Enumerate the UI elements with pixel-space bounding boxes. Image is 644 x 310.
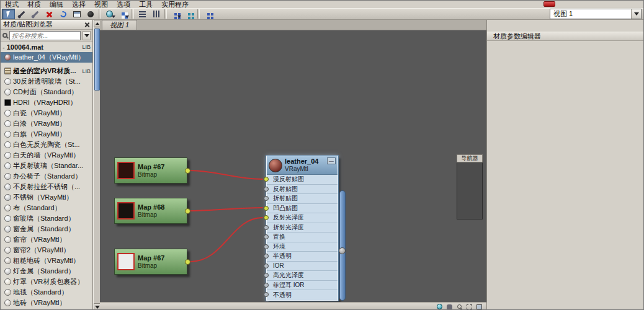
- material-slot[interactable]: 漫反射贴图: [267, 175, 338, 185]
- output-socket[interactable]: [185, 168, 190, 174]
- node-scroll-bar[interactable]: [339, 190, 346, 301]
- bitmap-map-node[interactable]: Map #67 Bitmap: [114, 157, 187, 184]
- browser-list-item[interactable]: 30反射透明玻璃（St...: [1, 76, 92, 87]
- material-id-channel-icon[interactable]: [169, 9, 182, 19]
- close-icon[interactable]: [84, 22, 90, 27]
- browser-list-item[interactable]: 灯金属（Standard）: [1, 266, 92, 277]
- input-socket[interactable]: [264, 244, 269, 249]
- material-slot[interactable]: 折射光泽度: [267, 223, 338, 233]
- browser-list-item[interactable]: 窗玻璃（Standard）: [1, 213, 92, 224]
- menu-item[interactable]: 视图: [90, 1, 112, 8]
- output-socket[interactable]: [185, 208, 190, 214]
- browser-list-item[interactable]: 地砖（VRayMtl）: [1, 298, 92, 308]
- input-socket[interactable]: [264, 273, 269, 278]
- material-slot[interactable]: 菲涅耳 IOR: [267, 281, 338, 291]
- menu-item[interactable]: 材质: [23, 1, 45, 8]
- browser-list-item[interactable]: 半反射玻璃（Standar...: [1, 161, 92, 171]
- delete-selected-icon[interactable]: [43, 9, 56, 19]
- input-socket[interactable]: [264, 206, 269, 211]
- browser-list-item[interactable]: 白瓷（VRayMtl）: [1, 108, 92, 118]
- material-slot[interactable]: 凹凸贴图: [267, 204, 338, 214]
- auto-layout-icon[interactable]: [70, 9, 83, 19]
- view-selector-combo[interactable]: 视图 1: [550, 9, 642, 19]
- input-socket[interactable]: [264, 177, 269, 182]
- material-slot[interactable]: 置换: [267, 232, 338, 242]
- combo-dropdown-button[interactable]: [631, 9, 641, 19]
- menu-item[interactable]: 实用程序: [157, 1, 193, 8]
- viewport-display-icon[interactable]: [103, 9, 116, 19]
- node-minimize-button[interactable]: —: [327, 157, 336, 164]
- red-toolbar-button[interactable]: [543, 1, 555, 7]
- layout-all-icon[interactable]: [136, 9, 149, 19]
- tab-view1[interactable]: 视图 1: [102, 20, 137, 30]
- browser-list-item[interactable]: 不反射拉丝不锈钢（...: [1, 182, 92, 192]
- scrollbar-thumb[interactable]: [94, 29, 100, 91]
- browser-list-item[interactable]: 窗帘（VRayMtl）: [1, 234, 92, 245]
- node-scroll-handle[interactable]: [339, 247, 346, 254]
- zoom-icon[interactable]: [455, 303, 463, 310]
- browser-list-item[interactable]: 超全的室内VR材质... LIB: [1, 66, 92, 76]
- menu-item[interactable]: 模式: [1, 1, 23, 8]
- layout-children-icon[interactable]: [150, 9, 163, 19]
- fit-view-icon[interactable]: [475, 303, 483, 310]
- node-view-canvas[interactable]: Map #67 Bitmap Map #68 Bitmap Map #67: [100, 30, 486, 302]
- search-input[interactable]: [9, 31, 81, 40]
- bitmap-map-node[interactable]: Map #68 Bitmap: [114, 198, 187, 224]
- browser-list-item[interactable]: CD封面（Standard）: [1, 87, 92, 97]
- search-options-button[interactable]: [83, 31, 91, 40]
- pick-material-from-object-icon[interactable]: [16, 9, 29, 19]
- browser-list-item[interactable]: 不锈钢（VRayMtl）: [1, 192, 92, 203]
- input-socket[interactable]: [264, 283, 269, 288]
- browser-scrollbar[interactable]: [93, 20, 100, 310]
- browser-list-item[interactable]: - 100064.mat LIB: [1, 42, 92, 52]
- browser-list-item[interactable]: 灯罩（VR材质包裹器）: [1, 277, 92, 287]
- bitmap-map-node[interactable]: Map #67 Bitmap: [114, 249, 187, 275]
- menu-item[interactable]: 编辑: [45, 1, 68, 8]
- wire-bump[interactable]: [190, 208, 262, 211]
- input-socket[interactable]: [264, 254, 269, 259]
- input-socket[interactable]: [264, 215, 269, 220]
- material-slot[interactable]: 不透明: [267, 290, 338, 300]
- browser-list-item[interactable]: 白漆（VRayMtl）: [1, 118, 92, 129]
- input-socket[interactable]: [264, 292, 269, 297]
- render-preview-icon[interactable]: [84, 9, 97, 19]
- browser-list-item[interactable]: HDRI（VRayHDRI）: [1, 97, 92, 108]
- input-socket[interactable]: [264, 264, 269, 268]
- wire-diffuse[interactable]: [190, 170, 262, 179]
- output-socket[interactable]: [185, 259, 190, 265]
- material-node-header[interactable]: leather_04 VRayMtl —: [267, 156, 338, 175]
- menu-item[interactable]: 工具: [135, 1, 157, 8]
- browser-list-item[interactable]: 布（Standard）: [1, 203, 92, 213]
- update-preview-icon[interactable]: [56, 9, 69, 19]
- navigator-preview[interactable]: [457, 162, 483, 219]
- select-tool-icon[interactable]: [2, 9, 15, 19]
- options-grid-icon[interactable]: [202, 9, 215, 19]
- material-node-leather04[interactable]: leather_04 VRayMtl — 漫反射贴图 反射贴图 折射贴图: [266, 156, 338, 301]
- browser-list-item[interactable]: 白旗（VRayMtl）: [1, 129, 92, 140]
- material-slot[interactable]: 反射光泽度: [267, 213, 338, 223]
- material-slot[interactable]: 半透明: [267, 252, 338, 262]
- viewport-indicator-icon[interactable]: [436, 303, 443, 310]
- browser-list-item[interactable]: 粗糙地砖（VRayMtl）: [1, 255, 92, 266]
- input-socket[interactable]: [264, 187, 269, 192]
- wire-reflect-glossiness[interactable]: [190, 218, 262, 262]
- pan-icon[interactable]: [445, 303, 453, 310]
- browser-list-item[interactable]: leather_04（VRayMtl）: [1, 52, 92, 63]
- browser-list-item[interactable]: 地毯（Standard）: [1, 287, 92, 298]
- material-slot[interactable]: 折射贴图: [267, 194, 338, 204]
- zoom-region-icon[interactable]: [465, 303, 473, 310]
- material-slot[interactable]: IOR: [267, 262, 338, 272]
- menu-item[interactable]: 选择: [68, 1, 90, 8]
- input-socket[interactable]: [264, 225, 269, 230]
- menu-item[interactable]: 选项: [112, 1, 135, 8]
- browser-list-item[interactable]: 窗金属（Standard）: [1, 224, 92, 234]
- select-by-material-icon[interactable]: [182, 9, 195, 19]
- input-socket[interactable]: [264, 234, 269, 239]
- browser-list-item[interactable]: 办公椅子（Standard）: [1, 171, 92, 182]
- show-background-icon[interactable]: [117, 9, 130, 19]
- material-slot[interactable]: 反射贴图: [267, 185, 338, 195]
- input-socket[interactable]: [264, 196, 269, 201]
- assign-material-icon[interactable]: [29, 9, 42, 19]
- material-slot[interactable]: 高光光泽度: [267, 271, 338, 281]
- browser-list-item[interactable]: 白色无反光陶瓷（St...: [1, 140, 92, 150]
